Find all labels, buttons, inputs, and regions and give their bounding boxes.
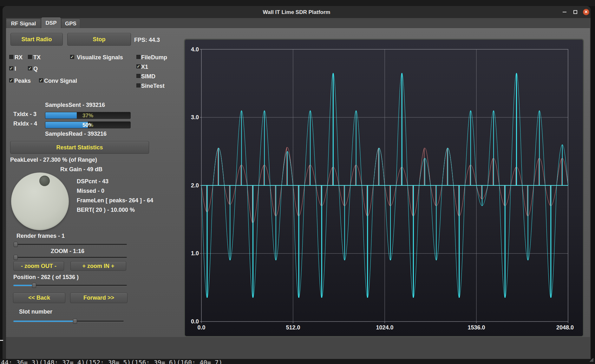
- position-slider-handle[interactable]: [32, 283, 36, 288]
- simd-checkbox[interactable]: [136, 74, 141, 78]
- tab-gps[interactable]: GPS: [61, 19, 80, 28]
- zoom-slider-handle[interactable]: [14, 255, 18, 260]
- rx-checkbox[interactable]: [9, 55, 13, 59]
- maximize-button[interactable]: [573, 10, 577, 14]
- visualize-signals-label: Visualize Signals: [77, 54, 123, 61]
- stop-button[interactable]: Stop: [67, 33, 131, 46]
- tab-rf-signal-label: RF Signal: [11, 21, 36, 27]
- svg-text:2048.0: 2048.0: [556, 324, 574, 331]
- position-slider-fill: [13, 285, 33, 286]
- restart-statistics-button[interactable]: Restart Statistics: [10, 141, 149, 154]
- samples-read-label: SamplesRead - 393216: [45, 131, 107, 137]
- status-log-bar: 44; 36= 3)(148; 37= 4)(152; 38= 5)(156; …: [0, 359, 595, 364]
- back-label: << Back: [28, 295, 50, 301]
- peaks-checkbox[interactable]: ✓: [9, 78, 13, 82]
- svg-text:512.0: 512.0: [286, 324, 300, 331]
- tx-label: TX: [33, 54, 41, 61]
- tab-gps-label: GPS: [65, 21, 76, 27]
- svg-text:1024.0: 1024.0: [376, 324, 393, 331]
- render-frames-label: Render frames - 1: [16, 233, 65, 239]
- stop-label: Stop: [93, 36, 106, 43]
- zoom-in-label: + zoom IN +: [82, 263, 114, 270]
- svg-text:3.0: 3.0: [191, 114, 199, 120]
- x1-checkbox[interactable]: ✓: [136, 64, 141, 68]
- tab-dsp[interactable]: DSP: [42, 17, 61, 28]
- zoom-slider[interactable]: [14, 257, 127, 258]
- forward-label: Forward >>: [83, 295, 114, 301]
- i-label: I: [15, 66, 16, 72]
- zoom-out-button[interactable]: - zoom OUT -: [13, 261, 64, 271]
- dsp-tab-page: Start Radio Stop FPS: 44.3 RX TX ✓ Visua…: [6, 28, 590, 337]
- svg-text:1536.0: 1536.0: [468, 324, 485, 331]
- zoom-out-label: - zoom OUT -: [21, 263, 56, 270]
- left-margin: [3, 18, 6, 359]
- peaklevel-label: PeakLevel - 27.300 % (of Range): [10, 157, 97, 163]
- rx-label: RX: [15, 54, 23, 61]
- simd-label: SIMD: [141, 73, 155, 80]
- slot-number-slider-handle[interactable]: [73, 319, 77, 324]
- x1-label: X1: [141, 64, 148, 70]
- window-body: RF Signal DSP GPS Start Radio Stop FPS: …: [3, 18, 591, 359]
- signal-plot: 0.01.02.03.04.00.0512.01024.01536.02048.…: [184, 39, 584, 337]
- tx-progress-bar: 37%: [45, 112, 131, 119]
- dspcnt-label: DSPcnt - 43: [77, 178, 108, 185]
- tx-checkbox[interactable]: [28, 55, 32, 59]
- peaks-label: Peaks: [14, 78, 31, 84]
- visualize-signals-checkbox[interactable]: ✓: [70, 55, 74, 59]
- tab-dsp-label: DSP: [46, 20, 57, 26]
- forward-button[interactable]: Forward >>: [70, 293, 128, 303]
- window-title: Wall IT Lime SDR Platform: [3, 9, 591, 16]
- render-frames-slider[interactable]: [14, 244, 127, 245]
- start-radio-button[interactable]: Start Radio: [10, 33, 63, 46]
- sinetest-label: SineTest: [141, 83, 165, 89]
- i-checkbox[interactable]: ✓: [9, 66, 13, 70]
- status-log-text: 44; 36= 3)(148; 37= 4)(152; 38= 5)(156; …: [1, 359, 222, 364]
- left-edge-mark: [0, 340, 3, 341]
- q-checkbox[interactable]: ✓: [28, 66, 32, 70]
- slot-number-slider-fill: [13, 321, 75, 322]
- slot-number-label: Slot number: [19, 309, 52, 315]
- resize-grip-icon[interactable]: [588, 356, 594, 362]
- start-radio-label: Start Radio: [21, 36, 52, 43]
- sinetest-checkbox[interactable]: [136, 83, 141, 88]
- position-label: Position - 262 ( of 1536 ): [13, 274, 79, 281]
- rxidx-label: RxIdx - 4: [13, 120, 37, 127]
- rxgain-label: Rx Gain - 49 dB: [60, 166, 102, 173]
- render-frames-slider-handle[interactable]: [14, 242, 18, 247]
- application-window: Wall IT Lime SDR Platform ✕ RF Signal DS…: [0, 0, 595, 364]
- txidx-label: TxIdx - 3: [13, 111, 36, 118]
- back-button[interactable]: << Back: [13, 293, 65, 303]
- svg-text:0.0: 0.0: [197, 324, 205, 331]
- zoom-label: ZOOM - 1:16: [51, 248, 84, 255]
- tab-rf-signal[interactable]: RF Signal: [6, 19, 41, 28]
- position-slider[interactable]: [13, 285, 127, 286]
- svg-text:4.0: 4.0: [191, 46, 199, 53]
- zoom-in-button[interactable]: + zoom IN +: [70, 261, 126, 271]
- desktop-background: [0, 0, 595, 6]
- minimize-button[interactable]: [563, 12, 566, 12]
- rx-gain-knob-indicator: [39, 176, 50, 186]
- svg-text:0.0: 0.0: [191, 318, 199, 325]
- restart-statistics-label: Restart Statistics: [56, 144, 103, 151]
- slot-number-slider[interactable]: [13, 321, 124, 322]
- title-bar[interactable]: Wall IT Lime SDR Platform ✕: [3, 6, 591, 18]
- rx-progress-bar: 50% 50%: [45, 121, 131, 128]
- svg-text:1.0: 1.0: [191, 250, 199, 257]
- filedump-label: FileDump: [141, 54, 167, 61]
- conv-signal-checkbox[interactable]: ✓: [39, 78, 43, 82]
- fps-label: FPS: 44.3: [134, 37, 160, 43]
- close-button[interactable]: ✕: [583, 9, 589, 15]
- svg-text:2.0: 2.0: [191, 182, 199, 189]
- tx-progress-text: 37%: [45, 113, 130, 119]
- filedump-checkbox[interactable]: [136, 55, 141, 59]
- q-label: Q: [33, 66, 38, 72]
- bert-label: BERT( 20 ) - 10.000 %: [77, 207, 135, 213]
- samples-sent-label: SamplesSent - 393216: [45, 102, 105, 108]
- missed-label: Missed - 0: [77, 188, 104, 194]
- conv-signal-label: Conv Signal: [44, 78, 77, 84]
- framelen-label: FrameLen [ peaks- 264 ] - 64: [77, 197, 153, 204]
